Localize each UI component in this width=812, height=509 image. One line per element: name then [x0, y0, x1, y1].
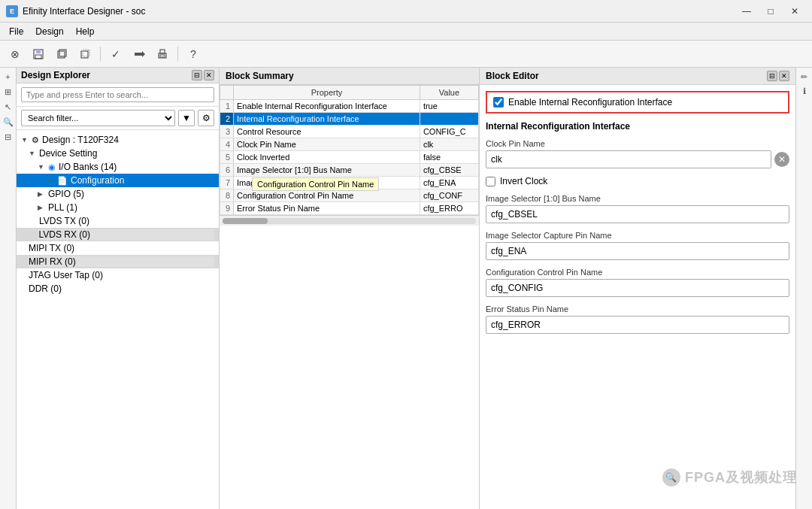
row-num: 8	[220, 189, 234, 202]
block-summary-title: Block Summary	[226, 71, 294, 81]
col-property-header[interactable]: Property	[234, 86, 420, 100]
enable-checkbox-row: Enable Internal Reconfiguration Interfac…	[486, 91, 789, 114]
block-summary-table-container: Property Value 1Enable Internal Reconfig…	[220, 85, 479, 215]
row-num: 4	[220, 138, 234, 151]
menu-design[interactable]: Design	[29, 25, 69, 38]
field-group-image-selector-capture: Image Selector Capture Pin Name	[486, 231, 789, 260]
row-property: Configuration Control Pin NameConfigurat…	[234, 189, 420, 202]
pointer-icon[interactable]: ↖	[2, 101, 14, 113]
tree-item-design[interactable]: ▼ ⚙ Design : T120F324	[17, 133, 219, 147]
close-button[interactable]: ✕	[783, 4, 806, 19]
tree-label-device: Device Setting	[39, 148, 97, 159]
panel-close-btn[interactable]: ✕	[204, 70, 214, 80]
tree-item-mipi-rx[interactable]: MIPI RX (0)	[17, 255, 219, 268]
search-icon[interactable]: 🔍	[2, 116, 14, 128]
separator-1	[100, 47, 101, 62]
table-row[interactable]: 6Image Selector [1:0] Bus Namecfg_CBSE	[220, 164, 479, 177]
col-value-header[interactable]: Value	[420, 86, 478, 100]
table-row[interactable]: 8Configuration Control Pin NameConfigura…	[220, 189, 479, 202]
table-row[interactable]: 4Clock Pin Nameclk	[220, 138, 479, 151]
tool-print[interactable]	[152, 44, 173, 64]
tool-run[interactable]	[129, 44, 150, 64]
expand-icon[interactable]: ⊟	[2, 131, 14, 143]
svg-rect-7	[135, 53, 142, 56]
tree-view: ▼ ⚙ Design : T120F324 ▼ Device Setting ▼…	[17, 130, 219, 509]
row-num: 3	[220, 126, 234, 138]
clock-pin-clear-btn[interactable]: ✕	[774, 152, 789, 167]
row-value: clk	[420, 138, 478, 151]
tool-copy2[interactable]	[74, 44, 95, 64]
error-status-input[interactable]	[486, 316, 789, 334]
main-layout: + ⊞ ↖ 🔍 ⊟ Design Explorer ⊟ ✕ Search fil…	[0, 68, 812, 509]
info-icon[interactable]: ℹ	[798, 85, 810, 97]
row-property: Control Resource	[234, 126, 420, 138]
menu-help[interactable]: Help	[70, 25, 101, 38]
table-row[interactable]: 1Enable Internal Reconfiguration Interfa…	[220, 100, 479, 113]
clock-input-wrapper: ✕	[486, 150, 789, 168]
block-summary-header: Block Summary	[220, 68, 479, 85]
config-control-input[interactable]	[486, 279, 789, 297]
tree-item-lvds-tx[interactable]: LVDS TX (0)	[17, 214, 219, 228]
col-num-header	[220, 86, 234, 100]
field-group-error-status: Error Status Pin Name	[486, 304, 789, 334]
table-row[interactable]: 5Clock Invertedfalse	[220, 151, 479, 164]
right-icons-column: ✏ ℹ	[795, 68, 812, 509]
row-value: cfg_ENA	[420, 177, 478, 189]
svg-marker-8	[142, 51, 145, 57]
tool-copy1[interactable]	[51, 44, 72, 64]
hscroll-track	[223, 218, 476, 224]
editor-close-btn[interactable]: ✕	[779, 71, 789, 81]
image-selector-bus-input[interactable]	[486, 205, 789, 223]
tool-save[interactable]	[28, 44, 49, 64]
table-row[interactable]: 3Control ResourceCONFIG_C	[220, 126, 479, 138]
table-row[interactable]: 2Internal Reconfiguration Interface	[220, 113, 479, 126]
tree-label-design: Design : T120F324	[42, 135, 119, 145]
tree-item-configuration[interactable]: — 📄 Configuration	[17, 174, 219, 187]
filter-options-btn[interactable]: ▼	[178, 110, 195, 126]
menu-file[interactable]: File	[3, 25, 29, 38]
tree-item-gpio[interactable]: ▶ GPIO (5)	[17, 187, 219, 201]
row-num: 6	[220, 164, 234, 177]
table-row[interactable]: 9Error Status Pin Namecfg_ERRO	[220, 202, 479, 215]
app-title: Efinity Interface Designer - soc	[23, 6, 145, 17]
filter-select[interactable]: Search filter...	[21, 110, 175, 126]
expand-io-icon: ▼	[38, 163, 45, 171]
filter-advanced-btn[interactable]: ⚙	[198, 110, 214, 126]
block-summary-hscroll[interactable]	[220, 215, 479, 226]
image-selector-capture-input[interactable]	[486, 242, 789, 260]
hscroll-thumb[interactable]	[223, 218, 268, 224]
editor-restore-btn[interactable]: ⊟	[767, 71, 777, 81]
invert-clock-checkbox[interactable]	[486, 177, 495, 186]
tree-item-io-banks[interactable]: ▼ ◉ I/O Banks (14)	[17, 160, 219, 174]
config-control-label: Configuration Control Pin Name	[486, 268, 789, 277]
panel-restore-btn[interactable]: ⊟	[192, 70, 202, 80]
tool-help[interactable]: ?	[183, 44, 204, 64]
search-input[interactable]	[21, 87, 214, 102]
block-editor-title: Block Editor	[486, 71, 539, 81]
clock-pin-label: Clock Pin Name	[486, 139, 789, 148]
row-property: Error Status Pin Name	[234, 202, 420, 215]
maximize-button[interactable]: □	[759, 4, 782, 19]
tree-item-jtag[interactable]: JTAG User Tap (0)	[17, 268, 219, 282]
svg-rect-3	[58, 51, 65, 58]
tree-item-ddr[interactable]: DDR (0)	[17, 282, 219, 295]
tool-check[interactable]: ✓	[105, 44, 126, 64]
tree-item-lvds-rx[interactable]: LVDS RX (0)	[17, 228, 219, 241]
tree-item-device-setting[interactable]: ▼ Device Setting	[17, 147, 219, 160]
nav-icon[interactable]: ⊞	[2, 86, 14, 98]
clock-pin-input[interactable]	[486, 150, 771, 168]
tool-cancel[interactable]: ⊗	[5, 44, 26, 64]
row-num: 5	[220, 151, 234, 164]
tree-item-mipi-tx[interactable]: MIPI TX (0)	[17, 241, 219, 255]
add-icon[interactable]: +	[2, 71, 14, 83]
tree-item-pll[interactable]: ▶ PLL (1)	[17, 201, 219, 214]
minimize-button[interactable]: —	[735, 4, 758, 19]
row-property: Clock Pin Name	[234, 138, 420, 151]
window-controls: — □ ✕	[735, 4, 806, 19]
image-selector-capture-label: Image Selector Capture Pin Name	[486, 231, 789, 240]
expand-pll-icon: ▶	[38, 204, 45, 211]
enable-internal-reconfig-checkbox[interactable]	[493, 97, 504, 108]
search-box	[17, 83, 219, 107]
edit-icon[interactable]: ✏	[798, 71, 810, 83]
design-icon: ⚙	[32, 135, 39, 145]
